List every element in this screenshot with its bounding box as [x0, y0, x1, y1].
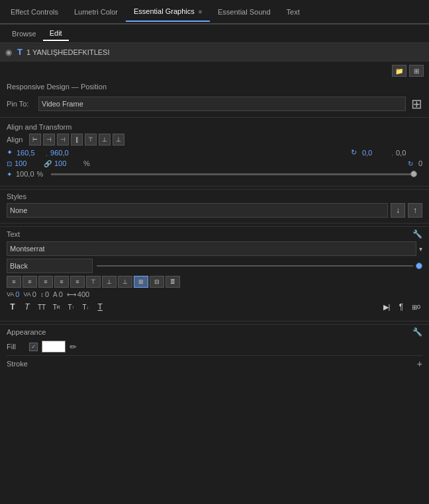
appearance-header: Appearance 🔧	[7, 327, 422, 337]
leading-item: ↕ 0	[40, 290, 49, 298]
master-styles-button[interactable]: ⊞	[409, 65, 424, 77]
align-center-v-button[interactable]: ⊥	[99, 134, 111, 146]
paragraph-button[interactable]: ¶	[395, 301, 407, 313]
text-section: Text 🔧 Montserrat ▾ Black ≡ ≡ ≡ ≡ ≡ ⊤ ⊥ …	[0, 226, 429, 318]
rotation-val2[interactable]: 0,0	[396, 149, 422, 157]
opacity-row: ✦ 100,0 %	[7, 170, 422, 178]
rotation-small-val[interactable]: 0	[418, 159, 422, 167]
align-label: Align	[7, 136, 29, 144]
align-text-last-button[interactable]: ≣	[166, 276, 180, 288]
align-text-extra-button[interactable]: ⊟	[150, 276, 164, 288]
underline-button[interactable]: T	[94, 301, 106, 313]
scale-icon: ⊡	[7, 160, 12, 167]
position-y[interactable]: 960,0	[50, 149, 77, 157]
subscript-button[interactable]: T↓	[79, 302, 91, 312]
tab-lumetri-color[interactable]: Lumetri Color	[66, 3, 126, 21]
align-text-top-button[interactable]: ⊤	[86, 276, 101, 288]
align-row: Align ⊢ ⊣ ⊣ ‖ ⊤ ⊥ ⊥	[7, 134, 422, 146]
bullet-button[interactable]: ▶|	[381, 302, 393, 313]
tab-essential-sound[interactable]: Essential Sound	[210, 3, 279, 21]
tracking-icon: VA	[23, 291, 30, 298]
tab-essential-graphics[interactable]: Essential Graphics ≡	[126, 2, 210, 22]
master-icon: ⊞	[414, 67, 419, 75]
styles-upload-button[interactable]: ↑	[408, 203, 422, 218]
pin-frame-icon: ⊞	[411, 96, 422, 112]
align-text-justify-button[interactable]: ≡	[54, 276, 69, 288]
pin-to-select[interactable]: Video Frame	[38, 97, 406, 111]
tsume-value[interactable]: 400	[77, 290, 89, 298]
font-weight-select[interactable]: Black	[7, 259, 93, 273]
typography-metrics-row: VA 0 VA 0 ↕ 0 A 0 ⟷ 400	[7, 290, 422, 298]
align-text-left-button[interactable]: ≡	[7, 276, 21, 288]
rotation-small-icon: ↻	[408, 160, 413, 167]
font-family-row: Montserrat ▾	[7, 241, 422, 256]
fill-checkbox[interactable]: ✓	[29, 343, 38, 351]
align-top-button[interactable]: ⊤	[85, 134, 97, 146]
leading-value[interactable]: 0	[45, 290, 49, 298]
align-left-button[interactable]: ⊢	[29, 134, 41, 146]
visibility-icon[interactable]: ◉	[5, 48, 12, 57]
align-distribute-h-button[interactable]: ⊥	[113, 134, 124, 146]
opacity-pct: %	[37, 170, 44, 178]
font-weight-row: Black	[7, 259, 422, 273]
eyedropper-icon[interactable]: ✏	[70, 342, 77, 352]
extra-format-button[interactable]: ⊞0	[410, 302, 422, 312]
font-family-select[interactable]: Montserrat	[7, 241, 416, 256]
scale-h[interactable]: 100	[54, 159, 81, 167]
responsive-design-label: Responsive Design — Position	[7, 83, 107, 91]
pin-to-row: Pin To: Video Frame ⊞	[0, 93, 429, 114]
kerning-value[interactable]: 0	[15, 290, 19, 298]
scale-row: ⊡ 100 🔗 100 % ↻ 0	[7, 159, 422, 167]
action-row: 📁 ⊞	[0, 62, 429, 80]
tab-edit[interactable]: Edit	[43, 26, 69, 41]
appearance-wrench-icon[interactable]: 🔧	[412, 327, 422, 337]
font-weight-slider-thumb[interactable]	[416, 263, 422, 269]
kerning-icon: VA	[7, 291, 14, 298]
opacity-slider[interactable]	[51, 173, 417, 175]
fill-color-swatch[interactable]	[42, 341, 66, 353]
tab-effect-controls[interactable]: Effect Controls	[3, 3, 66, 21]
tracking-value[interactable]: 0	[32, 290, 36, 298]
align-center-h-button[interactable]: ⊣	[43, 134, 55, 146]
rotation-sep: ,	[391, 149, 393, 157]
styles-label: Styles	[7, 192, 422, 200]
size-value[interactable]: 0	[59, 290, 63, 298]
fill-checkbox-check: ✓	[31, 343, 36, 350]
add-stroke-button[interactable]: +	[417, 358, 422, 369]
tab-text[interactable]: Text	[279, 3, 308, 21]
align-text-right-button[interactable]: ≡	[38, 276, 53, 288]
superscript-button[interactable]: T↑	[65, 302, 77, 312]
align-text-middle-button[interactable]: ⊥	[102, 276, 117, 288]
tab-browse[interactable]: Browse	[5, 27, 43, 40]
styles-select[interactable]: None	[7, 203, 388, 218]
tsume-item: ⟷ 400	[67, 290, 89, 298]
italic-button[interactable]: T	[21, 301, 33, 313]
opacity-value[interactable]: 100,0	[16, 170, 34, 178]
bold-button[interactable]: T	[7, 301, 19, 313]
scale-w[interactable]: 100	[15, 159, 41, 167]
align-text-bottom-button[interactable]: ⊥	[118, 276, 132, 288]
align-text-center-button[interactable]: ≡	[23, 276, 37, 288]
font-weight-slider-track[interactable]	[97, 265, 413, 267]
text-type-icon: T	[17, 47, 23, 57]
tab-essential-graphics-label: Essential Graphics	[134, 7, 195, 15]
rotation-val1[interactable]: 0,0	[362, 149, 389, 157]
font-weight-slider-wrap	[97, 263, 422, 269]
new-layer-button[interactable]: 📁	[392, 65, 406, 77]
styles-row: None ↓ ↑	[7, 203, 422, 218]
small-caps-button[interactable]: TR	[50, 302, 62, 312]
position-x[interactable]: 160,5	[17, 149, 43, 157]
align-text-force-justify-button[interactable]: ≡	[70, 276, 85, 288]
stroke-label: Stroke	[7, 360, 28, 368]
format-buttons-row: T T TT TR T↑ T↓ T ▶| ¶ ⊞0	[7, 301, 422, 313]
opacity-slider-thumb[interactable]	[410, 171, 417, 177]
align-text-spread-button[interactable]: ⊞	[134, 276, 148, 288]
top-tabs: Effect Controls Lumetri Color Essential …	[0, 0, 429, 24]
text-wrench-icon[interactable]: 🔧	[412, 230, 422, 239]
all-caps-button[interactable]: TT	[36, 302, 48, 312]
align-transform-section: Align and Transform Align ⊢ ⊣ ⊣ ‖ ⊤ ⊥ ⊥ …	[0, 120, 429, 183]
styles-download-button[interactable]: ↓	[391, 203, 405, 218]
align-right-button[interactable]: ⊣	[57, 134, 69, 146]
align-justify-button[interactable]: ‖	[71, 134, 83, 146]
layer-name: 1 YANLIŞHEDEFKITLESI	[26, 48, 110, 56]
